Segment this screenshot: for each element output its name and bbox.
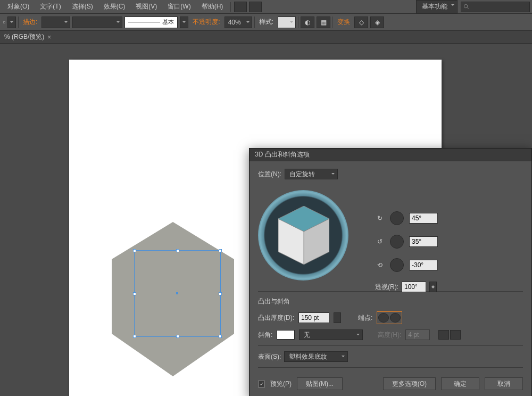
surface-select[interactable]: 塑料效果底纹 bbox=[284, 351, 348, 362]
separator bbox=[18, 16, 19, 28]
divider bbox=[258, 367, 523, 368]
brush-dropdown[interactable]: 基本 bbox=[124, 16, 178, 28]
opacity-input[interactable]: 40% bbox=[225, 16, 252, 28]
close-icon[interactable]: × bbox=[47, 34, 51, 41]
stroke-profile-dropdown[interactable] bbox=[72, 16, 122, 28]
cap-on-button[interactable] bbox=[378, 313, 389, 323]
menu-bar: 对象(O) 文字(T) 选择(S) 效果(C) 视图(V) 窗口(W) 帮助(H… bbox=[0, 0, 532, 14]
selection-bounding-box[interactable] bbox=[134, 250, 221, 337]
resize-handle-br[interactable] bbox=[219, 335, 222, 338]
rotate-y-dial[interactable] bbox=[390, 235, 404, 249]
opacity-label: 不透明度: bbox=[190, 18, 222, 27]
style-label: 样式: bbox=[257, 18, 276, 27]
rotate-x-icon: ↻ bbox=[375, 213, 385, 223]
separator bbox=[254, 16, 255, 28]
dialog-titlebar[interactable]: 3D 凸出和斜角选项 bbox=[250, 148, 531, 161]
resize-handle-tl[interactable] bbox=[133, 249, 136, 252]
resize-handle-ml[interactable] bbox=[133, 292, 136, 295]
extrude-section-title: 凸出与斜角 bbox=[258, 297, 523, 306]
dialog-title: 3D 凸出和斜角选项 bbox=[255, 150, 310, 159]
separator bbox=[230, 2, 231, 12]
isolate-icon[interactable]: ◇ bbox=[354, 16, 368, 28]
rotate-x-dial[interactable] bbox=[390, 211, 404, 225]
rotate-z-icon: ⟲ bbox=[375, 260, 385, 270]
rotate-y-icon: ↺ bbox=[375, 237, 385, 246]
arrange-icon[interactable] bbox=[249, 2, 262, 12]
align-icon[interactable]: ▦ bbox=[317, 16, 330, 28]
rotation-preview[interactable] bbox=[258, 190, 348, 280]
ok-button[interactable]: 确定 bbox=[441, 377, 479, 390]
height-input: 4 pt bbox=[405, 329, 430, 340]
menu-window[interactable]: 窗口(W) bbox=[162, 0, 196, 13]
cancel-button[interactable]: 取消 bbox=[485, 377, 523, 390]
preview-checkbox[interactable] bbox=[258, 381, 265, 387]
position-label: 位置(N): bbox=[258, 170, 281, 179]
depth-stepper[interactable] bbox=[334, 312, 341, 323]
hide-edges-icon[interactable]: ◈ bbox=[370, 16, 384, 28]
search-input[interactable] bbox=[461, 2, 530, 12]
fill-swatch[interactable] bbox=[3, 21, 5, 23]
menu-help[interactable]: 帮助(H) bbox=[196, 0, 229, 13]
perspective-input[interactable]: 100° bbox=[402, 282, 426, 292]
menu-select[interactable]: 选择(S) bbox=[66, 0, 98, 13]
rotate-x-input[interactable]: 45° bbox=[409, 213, 438, 224]
cap-off-button[interactable] bbox=[390, 313, 401, 323]
bevel-swatch bbox=[277, 330, 295, 340]
svg-point-0 bbox=[464, 4, 467, 7]
svg-line-1 bbox=[467, 7, 469, 9]
menu-text[interactable]: 文字(T) bbox=[35, 0, 66, 13]
style-dropdown[interactable] bbox=[278, 16, 296, 28]
bevel-out-icon bbox=[450, 330, 461, 340]
preview-label[interactable]: 预览(P) bbox=[270, 380, 292, 389]
document-tab[interactable]: % (RGB/预览) × bbox=[4, 32, 51, 42]
surface-label: 表面(S): bbox=[258, 352, 281, 361]
more-options-button[interactable]: 更多选项(O) bbox=[383, 377, 436, 390]
menu-object[interactable]: 对象(O) bbox=[2, 0, 35, 13]
position-select[interactable]: 自定旋转 bbox=[285, 169, 338, 179]
rotate-y-input[interactable]: 35° bbox=[409, 236, 438, 247]
cap-label: 端点: bbox=[358, 314, 372, 323]
brush-dropdown-arrow[interactable] bbox=[180, 16, 188, 28]
separator bbox=[332, 16, 333, 28]
fill-dropdown[interactable] bbox=[7, 16, 16, 28]
transform-label[interactable]: 变换 bbox=[335, 18, 352, 27]
workspace-switcher[interactable]: 基本功能 bbox=[416, 0, 458, 13]
depth-label: 凸出厚度(D): bbox=[258, 314, 294, 323]
tab-label: % (RGB/预览) bbox=[4, 32, 44, 42]
resize-handle-mr[interactable] bbox=[219, 292, 222, 295]
map-art-button[interactable]: 贴图(M)... bbox=[297, 377, 343, 390]
separator bbox=[298, 16, 298, 28]
bevel-in-icon bbox=[438, 330, 449, 340]
height-label: 高度(H): bbox=[378, 331, 401, 340]
resize-handle-tr[interactable] bbox=[219, 249, 222, 252]
resize-handle-bl[interactable] bbox=[133, 335, 136, 338]
divider bbox=[258, 345, 523, 346]
rotate-z-input[interactable]: -30° bbox=[409, 260, 438, 270]
depth-input[interactable]: 150 pt bbox=[298, 312, 329, 323]
document-tab-bar: % (RGB/预览) × bbox=[0, 31, 532, 44]
center-point bbox=[176, 292, 178, 294]
resize-handle-bm[interactable] bbox=[176, 335, 179, 338]
stroke-label: 描边: bbox=[21, 18, 39, 27]
bridge-icon[interactable] bbox=[234, 2, 247, 12]
stroke-weight-dropdown[interactable] bbox=[41, 16, 70, 28]
recolor-icon[interactable]: ◐ bbox=[301, 16, 314, 28]
bevel-select[interactable]: 无 bbox=[299, 329, 363, 340]
3d-extrude-bevel-dialog: 3D 凸出和斜角选项 位置(N): 自定旋转 ↻ bbox=[249, 148, 532, 396]
options-bar: 描边: 基本 不透明度: 40% 样式: ◐ ▦ 变换 ◇ ◈ bbox=[0, 14, 532, 31]
cube-icon bbox=[278, 206, 329, 265]
search-icon bbox=[463, 4, 469, 10]
bevel-label: 斜角: bbox=[258, 331, 272, 340]
resize-handle-tm[interactable] bbox=[176, 249, 179, 252]
perspective-stepper[interactable] bbox=[429, 282, 437, 292]
rotate-z-dial[interactable] bbox=[390, 258, 404, 272]
perspective-label: 透视(R): bbox=[375, 283, 398, 292]
menu-effect[interactable]: 效果(C) bbox=[98, 0, 131, 13]
cap-toggle-group bbox=[377, 311, 402, 324]
menu-view[interactable]: 视图(V) bbox=[130, 0, 162, 13]
